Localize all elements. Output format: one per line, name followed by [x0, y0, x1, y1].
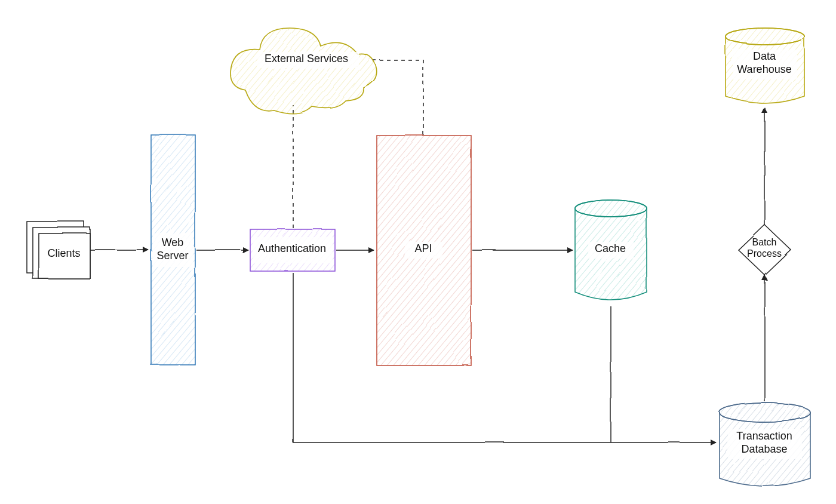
edge-api-external	[370, 60, 423, 134]
diagram-svg	[0, 0, 836, 504]
svg-rect-10	[152, 233, 193, 266]
node-web-server	[150, 134, 195, 364]
svg-rect-12	[252, 236, 332, 263]
svg-rect-25	[732, 49, 797, 79]
node-cache	[574, 199, 646, 299]
svg-rect-14	[405, 241, 442, 258]
node-external-services	[230, 27, 376, 113]
svg-point-21	[719, 402, 810, 422]
svg-point-24	[725, 27, 804, 44]
node-api	[376, 135, 471, 365]
svg-point-16	[574, 199, 646, 216]
svg-rect-17	[588, 241, 633, 258]
svg-rect-8	[38, 233, 90, 278]
node-authentication	[250, 229, 334, 271]
svg-rect-22	[727, 429, 801, 459]
node-batch-process	[738, 225, 791, 275]
edge-auth-txndb	[293, 272, 715, 442]
svg-marker-19	[738, 225, 791, 275]
node-data-warehouse	[725, 27, 804, 103]
node-transaction-database	[719, 402, 810, 485]
svg-rect-18	[257, 51, 358, 68]
diagram-canvas: Clients Web Server Authentication API Ca…	[0, 0, 836, 504]
node-clients	[26, 221, 90, 278]
